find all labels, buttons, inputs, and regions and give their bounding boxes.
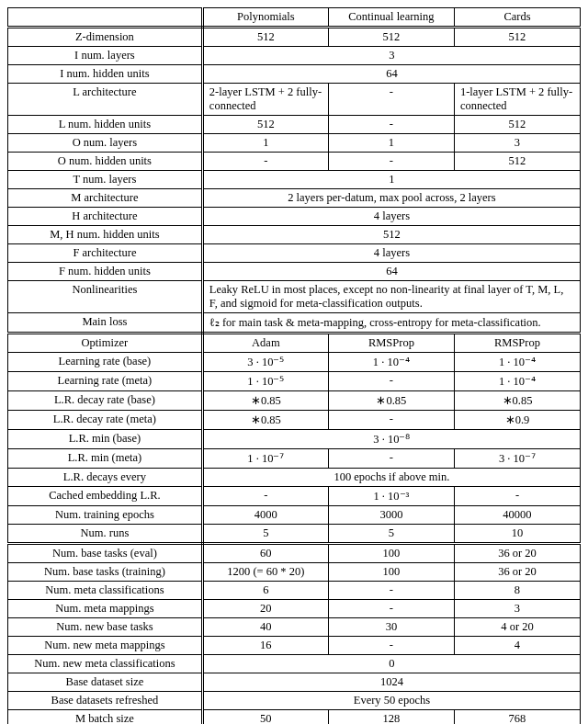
- cell: ∗0.85: [202, 391, 328, 411]
- cell: 512: [328, 28, 454, 47]
- cell: 3: [454, 134, 580, 153]
- cell: 5: [328, 525, 454, 544]
- cell: 30: [328, 618, 454, 637]
- row-label: Num. new base tasks: [8, 618, 203, 637]
- row-label: L.R. decay rate (base): [8, 391, 203, 411]
- cell: 1 · 10⁻⁴: [454, 353, 580, 372]
- cell: 4 or 20: [454, 618, 580, 637]
- cell: ∗0.85: [454, 391, 580, 411]
- table-row: Num. meta mappings 20 - 3: [8, 600, 581, 618]
- table-row: L architecture 2-layer LSTM + 2 fully-co…: [8, 84, 581, 116]
- cell: 1200 (= 60 * 20): [202, 563, 328, 582]
- cell-span: 4 layers: [202, 208, 580, 226]
- cell-span: 3: [202, 47, 580, 65]
- table-row: Num. new base tasks 40 30 4 or 20: [8, 618, 581, 637]
- row-label: H architecture: [8, 208, 203, 226]
- table-row: L.R. min (base) 3 · 10⁻⁸: [8, 430, 581, 449]
- row-label: Base dataset size: [8, 673, 203, 692]
- cell: 10: [454, 525, 580, 544]
- table-header-row: Polynomials Continual learning Cards: [8, 8, 581, 28]
- row-label: Num. meta mappings: [8, 600, 203, 618]
- cell: 4: [454, 637, 580, 655]
- cell: -: [328, 449, 454, 469]
- cell-span: 64: [202, 65, 580, 84]
- table-row: Num. base tasks (training) 1200 (= 60 * …: [8, 563, 581, 582]
- cell: Adam: [202, 334, 328, 353]
- cell: 6: [202, 582, 328, 600]
- cell: 768: [454, 710, 580, 725]
- cell: RMSProp: [454, 334, 580, 353]
- table-row: Base datasets refreshed Every 50 epochs: [8, 692, 581, 710]
- table-row: L.R. decay rate (meta) ∗0.85 - ∗0.9: [8, 411, 581, 430]
- cell: 3000: [328, 506, 454, 525]
- row-label: L num. hidden units: [8, 116, 203, 134]
- table-row: I num. layers 3: [8, 47, 581, 65]
- row-label: Learning rate (meta): [8, 372, 203, 391]
- row-label: Num. new meta mappings: [8, 637, 203, 655]
- table-row: Num. runs 5 5 10: [8, 525, 581, 544]
- cell: 16: [202, 637, 328, 655]
- cell: ∗0.9: [454, 411, 580, 430]
- cell-span: 1024: [202, 673, 580, 692]
- cell: 1 · 10⁻⁴: [328, 353, 454, 372]
- row-label: Num. training epochs: [8, 506, 203, 525]
- table-row: F num. hidden units 64: [8, 263, 581, 281]
- table-row: Optimizer Adam RMSProp RMSProp: [8, 334, 581, 353]
- cell-span: Leaky ReLU in most places, except no non…: [202, 281, 580, 313]
- row-label: Optimizer: [8, 334, 203, 353]
- row-label: Num. new meta classifications: [8, 655, 203, 673]
- table-row: Num. base tasks (eval) 60 100 36 or 20: [8, 544, 581, 563]
- table-row: Base dataset size 1024: [8, 673, 581, 692]
- table-row: H architecture 4 layers: [8, 208, 581, 226]
- cell: RMSProp: [328, 334, 454, 353]
- cell: 1: [202, 134, 328, 153]
- cell: -: [328, 637, 454, 655]
- table-row: L.R. min (meta) 1 · 10⁻⁷ - 3 · 10⁻⁷: [8, 449, 581, 469]
- cell: 60: [202, 544, 328, 563]
- cell: 4000: [202, 506, 328, 525]
- cell-span: ℓ₂ for main task & meta-mapping, cross-e…: [202, 313, 580, 334]
- table-row: Nonlinearities Leaky ReLU in most places…: [8, 281, 581, 313]
- row-label: O num. layers: [8, 134, 203, 153]
- table-row: O num. hidden units - - 512: [8, 153, 581, 171]
- table-row: Num. new meta mappings 16 - 4: [8, 637, 581, 655]
- row-label: Num. base tasks (eval): [8, 544, 203, 563]
- cell-span: 0: [202, 655, 580, 673]
- cell: -: [202, 487, 328, 506]
- hyperparameter-table: Polynomials Continual learning Cards Z-d…: [7, 7, 581, 724]
- table-row: M batch size 50 128 768: [8, 710, 581, 725]
- cell: 3 · 10⁻⁷: [454, 449, 580, 469]
- cell: 50: [202, 710, 328, 725]
- table-row: L.R. decays every 100 epochs if above mi…: [8, 469, 581, 487]
- cell: -: [328, 372, 454, 391]
- table-row: I num. hidden units 64: [8, 65, 581, 84]
- cell: -: [328, 116, 454, 134]
- cell: 1: [328, 134, 454, 153]
- table-row: Learning rate (meta) 1 · 10⁻⁵ - 1 · 10⁻⁴: [8, 372, 581, 391]
- cell-span: 3 · 10⁻⁸: [202, 430, 580, 449]
- row-label: L.R. decay rate (meta): [8, 411, 203, 430]
- cell: -: [328, 582, 454, 600]
- row-label: L.R. min (meta): [8, 449, 203, 469]
- table-row: Cached embedding L.R. - 1 · 10⁻³ -: [8, 487, 581, 506]
- cell: 1 · 10⁻³: [328, 487, 454, 506]
- col-polynomials: Polynomials: [202, 8, 328, 28]
- table-row: Learning rate (base) 3 · 10⁻⁵ 1 · 10⁻⁴ 1…: [8, 353, 581, 372]
- cell: 2-layer LSTM + 2 fully-connected: [202, 84, 328, 116]
- row-label: I num. hidden units: [8, 65, 203, 84]
- header-empty: [8, 8, 203, 28]
- cell-span: Every 50 epochs: [202, 692, 580, 710]
- cell: 100: [328, 563, 454, 582]
- cell: 512: [454, 153, 580, 171]
- col-continual-learning: Continual learning: [328, 8, 454, 28]
- table-row: L.R. decay rate (base) ∗0.85 ∗0.85 ∗0.85: [8, 391, 581, 411]
- cell: 100: [328, 544, 454, 563]
- cell-span: 4 layers: [202, 244, 580, 263]
- table-row: M architecture 2 layers per-datum, max p…: [8, 189, 581, 208]
- row-label: M architecture: [8, 189, 203, 208]
- table-row: O num. layers 1 1 3: [8, 134, 581, 153]
- cell: 3: [454, 600, 580, 618]
- row-label: L.R. decays every: [8, 469, 203, 487]
- cell-span: 2 layers per-datum, max pool across, 2 l…: [202, 189, 580, 208]
- cell: -: [454, 487, 580, 506]
